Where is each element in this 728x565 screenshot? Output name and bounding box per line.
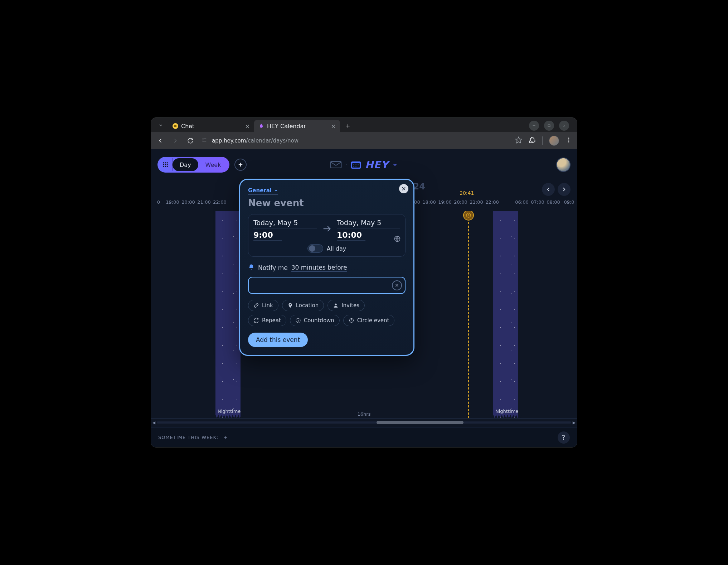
close-window-button[interactable] [559,121,569,131]
nighttime-label: Nighttime [495,409,518,414]
svg-rect-26 [331,161,341,168]
user-avatar[interactable] [556,158,571,172]
start-date-input[interactable]: Today, May 5 [253,219,317,228]
close-icon[interactable]: × [331,123,336,130]
browser-menu-icon[interactable] [566,137,572,145]
new-event-button[interactable] [234,159,247,171]
event-title-input[interactable] [248,277,406,294]
site-settings-icon[interactable] [201,137,208,145]
svg-rect-16 [165,162,166,163]
maximize-button[interactable] [544,121,554,131]
all-day-row: All day [253,244,400,253]
calendar-icon [351,160,361,169]
now-indicator-line [468,211,469,418]
help-button[interactable]: ? [558,431,570,444]
bookmark-star-icon[interactable] [515,136,522,145]
notify-value[interactable]: 30 minutes before [291,264,347,272]
chevron-down-icon[interactable] [392,162,398,168]
favicon-chat [173,123,178,129]
hour-label: 09:0 [561,199,577,207]
hour-label: 18:00 [421,199,437,207]
hour-label: 22:00 [484,199,500,207]
forward-button[interactable] [171,136,180,145]
now-indicator-badge[interactable] [463,211,474,221]
option-chips: Link Location Invites Repeat 3 Countdown [248,300,406,326]
hour-label: 21:00 [469,199,484,207]
chip-circle-event[interactable]: Circle event [343,315,395,326]
clock-icon [466,212,471,218]
svg-point-29 [354,164,354,165]
view-switcher: Day Week [157,157,229,173]
reload-button[interactable] [186,136,195,145]
footer: SOMETIME THIS WEEK: + ? [151,427,577,447]
add-event-button[interactable]: Add this event [248,333,308,347]
scroll-left-icon[interactable]: ◀ [151,420,157,425]
next-day-button[interactable] [558,183,571,196]
hour-label: 22:00 [212,199,228,207]
svg-point-14 [568,141,569,143]
hour-label: 06:00 [514,199,530,207]
close-icon[interactable]: × [245,123,250,130]
apps-grid-icon[interactable] [159,158,173,171]
modal-title: New event [248,198,406,208]
extensions-icon[interactable] [529,136,536,145]
svg-rect-23 [167,166,168,167]
all-day-toggle[interactable] [307,244,323,253]
svg-rect-18 [163,164,164,165]
back-button[interactable] [156,136,165,145]
svg-rect-22 [165,166,166,167]
calendar-selector[interactable]: General [248,187,278,195]
nighttime-block: Nighttime [493,211,522,418]
svg-point-31 [358,164,359,165]
hey-calendar-app: Day Week · HEY Sunday, May 5, 2024 [151,149,577,447]
chip-repeat[interactable]: Repeat [248,315,286,326]
svg-rect-19 [165,164,166,165]
svg-point-33 [356,166,356,167]
view-day-button[interactable]: Day [173,158,198,171]
scroll-track[interactable] [157,421,571,424]
svg-rect-17 [167,162,168,163]
profile-avatar[interactable] [549,136,559,146]
clear-input-button[interactable] [392,280,402,290]
add-sometime-button[interactable]: + [223,435,228,440]
browser-tab-chat[interactable]: Chat × [168,120,254,132]
address-bar[interactable]: app.hey.com/calendar/days/now [201,137,509,145]
scroll-right-icon[interactable]: ▶ [571,420,577,425]
prev-day-button[interactable] [542,183,555,196]
hour-label: 19:00 [165,199,180,207]
svg-point-41 [335,304,337,305]
separator [542,136,543,145]
duration-label: 16hrs [358,411,371,417]
tab-search-menu[interactable] [155,120,166,131]
svg-point-8 [203,141,204,141]
sometime-label: SOMETIME THIS WEEK: [158,435,218,440]
chip-countdown[interactable]: 3 Countdown [290,315,340,326]
svg-point-30 [356,164,356,165]
horizontal-scrollbar[interactable]: ◀ ▶ [151,419,577,426]
svg-point-32 [354,166,354,167]
hey-brand[interactable]: · HEY [330,159,398,171]
minimize-button[interactable] [529,121,539,131]
circle-icon [349,318,354,323]
browser-tab-hey-calendar[interactable]: HEY Calendar × [254,120,340,132]
tab-strip: Chat × HEY Calendar × [151,118,577,132]
chip-invites[interactable]: Invites [327,300,365,311]
start-time-input[interactable]: 9:00 [253,231,282,241]
timezone-button[interactable] [394,235,401,244]
chip-location[interactable]: Location [282,300,324,311]
window-controls [529,121,574,132]
svg-rect-21 [163,166,164,167]
view-week-button[interactable]: Week [198,158,228,171]
mail-icon [330,160,342,169]
hour-label: 19:00 [437,199,453,207]
hour-label: 08:00 [545,199,561,207]
scroll-thumb[interactable] [377,421,464,424]
end-time-input[interactable]: 10:00 [337,231,365,241]
svg-text:3: 3 [297,319,299,322]
close-modal-button[interactable]: ✕ [399,184,408,193]
new-tab-button[interactable] [343,121,353,131]
chevron-down-icon [274,188,278,193]
datetime-block: Today, May 5 9:00 Today, May 5 10:00 [248,214,406,257]
end-date-input[interactable]: Today, May 5 [337,219,400,228]
chip-link[interactable]: Link [248,300,278,311]
